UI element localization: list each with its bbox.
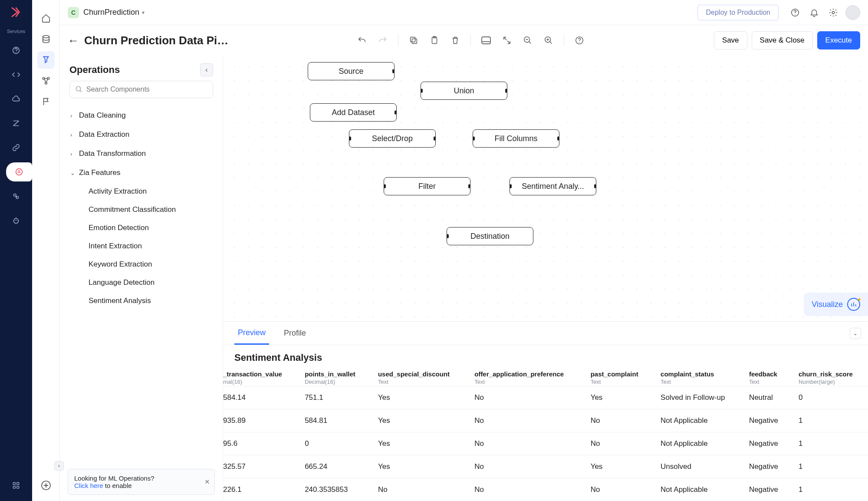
ops-item[interactable]: Emotion Detection — [70, 219, 217, 237]
table-row[interactable]: 935.89584.81YesNoNoNot ApplicableNegativ… — [223, 409, 868, 432]
table-cell: 584.14 — [223, 386, 297, 409]
bell-icon[interactable] — [808, 7, 820, 19]
ops-item[interactable]: Keyword Extraction — [70, 255, 217, 274]
help-icon[interactable] — [789, 7, 801, 19]
rail-item-zia[interactable] — [7, 114, 26, 133]
save-button[interactable]: Save — [714, 31, 747, 49]
workspace-caret-icon[interactable]: ▾ — [142, 10, 145, 16]
ops-item[interactable]: Language Detection — [70, 274, 217, 292]
ops-item[interactable]: Intent Extraction — [70, 237, 217, 255]
visualize-button[interactable]: Visualize ✦ — [804, 293, 868, 316]
preview-collapse-icon[interactable]: ⌄ — [850, 328, 861, 339]
column-header[interactable]: _transaction_valuemal(16) — [223, 368, 297, 386]
copy-icon[interactable] — [408, 35, 419, 46]
strip-add-button[interactable] — [37, 477, 55, 494]
zoom-in-icon[interactable] — [543, 35, 554, 46]
node-union[interactable]: Union — [421, 82, 507, 100]
pipeline-canvas[interactable]: Source Add Dataset Union Select/Drop Fil… — [223, 56, 868, 321]
column-header[interactable]: past_complaintText — [583, 368, 653, 386]
node-filter[interactable]: Filter — [384, 177, 470, 195]
column-header[interactable]: churn_risk_scoreNumber(large) — [791, 368, 868, 386]
ops-group-label: Zia Features — [79, 168, 120, 177]
table-cell: Negative — [741, 409, 791, 432]
ops-item[interactable]: Activity Extraction — [70, 182, 217, 201]
close-icon[interactable]: ✕ — [204, 478, 210, 486]
redo-icon — [377, 35, 388, 46]
table-row[interactable]: 226.1240.3535853NoNoNoNot ApplicableNega… — [223, 478, 868, 501]
table-cell: No — [467, 478, 582, 501]
back-arrow-icon[interactable]: ← — [68, 34, 79, 47]
zoom-out-icon[interactable] — [522, 35, 533, 46]
rail-item-code[interactable] — [7, 65, 26, 84]
svg-point-28 — [76, 86, 81, 91]
strip-pipeline-icon[interactable] — [37, 51, 55, 69]
expand-icon[interactable] — [501, 35, 513, 46]
table-cell: Negative — [741, 432, 791, 455]
avatar[interactable] — [845, 5, 860, 20]
table-cell: Yes — [583, 455, 653, 478]
column-header[interactable]: used_special_discountText — [370, 368, 467, 386]
table-row[interactable]: 584.14751.1YesNoYesSolved in Follow-upNe… — [223, 386, 868, 409]
strip-graph-icon[interactable] — [37, 72, 55, 89]
node-destination[interactable]: Destination — [447, 227, 533, 245]
ops-group[interactable]: ›Data Extraction — [70, 125, 217, 144]
hint-suffix: to enable — [103, 482, 132, 489]
info-icon[interactable] — [574, 35, 585, 46]
hint-link[interactable]: Click here — [74, 482, 103, 489]
ops-group[interactable]: ⌄Zia Features — [70, 163, 217, 182]
execute-button[interactable]: Execute — [817, 31, 860, 49]
search-input[interactable] — [86, 86, 207, 93]
rail-item-link[interactable] — [7, 138, 26, 157]
svg-rect-8 — [17, 482, 19, 485]
ops-group-label: Data Transformation — [79, 149, 146, 158]
services-rail: Services — [0, 0, 32, 501]
undo-icon[interactable] — [356, 35, 368, 46]
workspace-name[interactable]: ChurnPrediction — [83, 8, 139, 17]
table-row[interactable]: 95.60YesNoNoNot ApplicableNegative1 — [223, 432, 868, 455]
tab-preview[interactable]: Preview — [234, 322, 269, 345]
deploy-button[interactable]: Deploy to Production — [697, 5, 779, 20]
panel-icon[interactable] — [480, 35, 492, 46]
toolbar: ← Churn Prediction Data Pipe... Save Sav… — [60, 25, 868, 56]
ops-item[interactable]: Commitment Classification — [70, 201, 217, 219]
column-header[interactable]: feedbackText — [741, 368, 791, 386]
preview-table[interactable]: _transaction_valuemal(16)points_in_walle… — [223, 368, 868, 501]
node-select-drop[interactable]: Select/Drop — [349, 129, 436, 148]
node-add-dataset[interactable]: Add Dataset — [310, 103, 397, 122]
column-header[interactable]: points_in_walletDecimal(16) — [297, 368, 370, 386]
ops-group[interactable]: ›Data Transformation — [70, 144, 217, 163]
column-header[interactable]: complaint_statusText — [653, 368, 741, 386]
rail-item-apps[interactable] — [7, 476, 26, 495]
strip-database-icon[interactable] — [37, 30, 55, 48]
table-cell: Solved in Follow-up — [653, 386, 741, 409]
rail-item-bot[interactable] — [7, 211, 26, 230]
chevron-right-icon: › — [70, 112, 79, 119]
node-source[interactable]: Source — [308, 62, 395, 80]
tab-profile[interactable]: Profile — [280, 323, 309, 344]
search-components-input[interactable] — [69, 81, 213, 98]
table-row[interactable]: 325.57665.24YesNoYesUnsolvedNegative1 — [223, 455, 868, 478]
trash-icon[interactable] — [450, 35, 461, 46]
table-cell: Yes — [583, 386, 653, 409]
node-fill-columns[interactable]: Fill Columns — [473, 129, 559, 148]
table-cell: 240.3535853 — [297, 478, 370, 501]
strip-home-icon[interactable] — [37, 10, 55, 27]
column-header[interactable]: offer_application_preferenceText — [467, 368, 582, 386]
operations-title: Operations — [69, 64, 200, 76]
rail-item-assistant[interactable] — [7, 41, 26, 60]
table-cell: Unsolved — [653, 455, 741, 478]
workspace-badge: C — [68, 7, 79, 18]
strip-flag-icon[interactable] — [37, 93, 55, 110]
gear-icon[interactable] — [827, 7, 839, 19]
collapse-panel-icon[interactable]: ‹ — [200, 63, 213, 76]
save-close-button[interactable]: Save & Close — [752, 31, 813, 49]
ops-item[interactable]: Sentiment Analysis — [70, 292, 217, 310]
rail-item-ml-active[interactable] — [6, 162, 32, 181]
clipboard-icon[interactable] — [429, 35, 440, 46]
svg-point-3 — [19, 170, 20, 171]
node-sentiment[interactable]: Sentiment Analy... — [510, 177, 596, 195]
ops-group[interactable]: ›Data Cleaning — [70, 106, 217, 125]
rail-item-chain[interactable] — [7, 187, 26, 206]
rail-item-cloud[interactable] — [7, 89, 26, 109]
hint-text: Looking for ML Operations? — [74, 475, 155, 482]
